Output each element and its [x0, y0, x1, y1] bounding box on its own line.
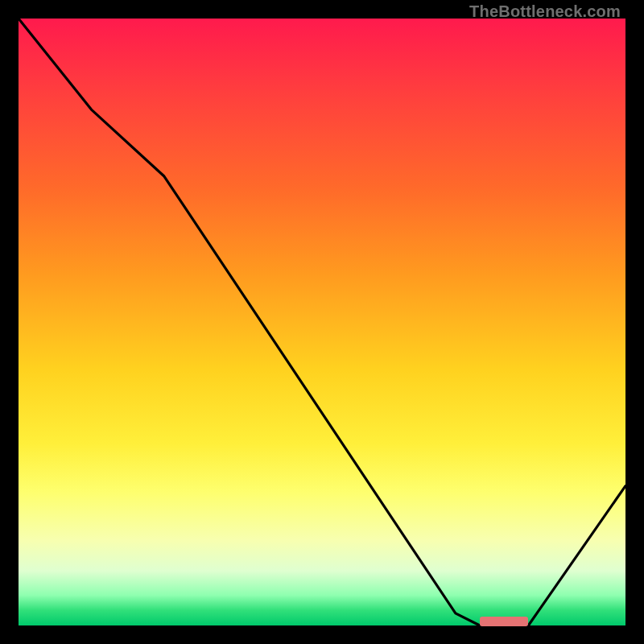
optimal-range-marker: [480, 617, 528, 626]
curve-path: [19, 19, 625, 625]
chart-frame: TheBottleneck.com: [19, 19, 625, 625]
bottleneck-curve: [19, 19, 625, 625]
